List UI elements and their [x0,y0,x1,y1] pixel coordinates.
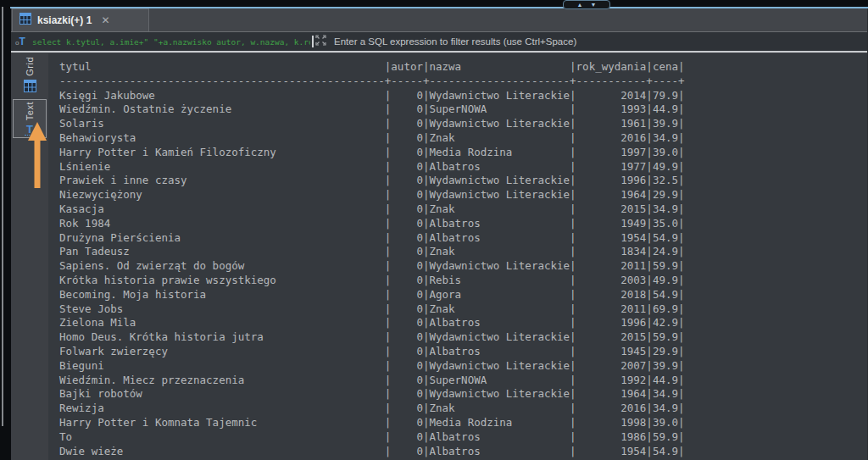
grid-icon [24,80,36,96]
expand-filter-icon[interactable] [315,34,326,49]
filter-sql-text[interactable]: select k.tytul, a.imie+" "+a.nazwisko au… [32,37,310,47]
tab-ksiazki[interactable]: ksiazki(+) 1 ✕ [12,8,149,31]
tab-close-icon[interactable]: ✕ [101,15,109,25]
text-results[interactable]: tytul |autor|nazwa |rok_wydania|cena| --… [48,53,867,458]
window-edge-line [2,7,3,426]
result-view-switcher: Grid Text T [11,53,48,460]
collapse-down-icon[interactable]: ▼ [591,2,597,8]
sql-text-filter-icon: oT [15,36,32,47]
text-result-view[interactable]: tytul |autor|nazwa |rok_wydania|cena| --… [48,53,867,460]
collapse-up-icon[interactable]: ▲ [577,2,583,8]
sql-filter-bar[interactable]: oT select k.tytul, a.imie+" "+a.nazwisko… [11,31,867,53]
editor-tab-bar: ksiazki(+) 1 ✕ [11,8,867,31]
grid-tab-label[interactable]: Grid [25,57,35,76]
filter-placeholder[interactable]: Enter a SQL expression to filter results… [334,36,576,47]
tab-title[interactable]: ksiazki(+) 1 [37,14,92,26]
text-cursor [312,36,314,47]
results-panel: ksiazki(+) 1 ✕ oT select k.tytul, a.imie… [11,8,868,460]
panel-collapse-widget[interactable]: ▲ ▼ [563,0,610,9]
text-tab-label[interactable]: Text [25,102,35,120]
result-content: Grid Text T tytul [11,53,867,460]
view-tab-grid[interactable]: Grid [13,55,47,97]
table-grid-icon [19,13,31,28]
annotation-arrow-up [25,122,49,188]
